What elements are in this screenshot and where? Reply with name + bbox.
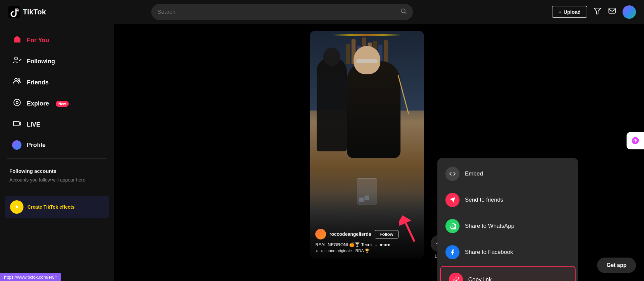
whatsapp-icon <box>445 219 460 233</box>
effects-label: Create TikTok effects <box>28 204 74 210</box>
share-item-send-to-friends[interactable]: Send to friends <box>437 187 578 213</box>
live-icon <box>12 119 22 130</box>
sidebar-label-explore: Explore <box>27 100 49 107</box>
svg-point-1 <box>401 9 406 13</box>
svg-line-2 <box>405 12 407 14</box>
sidebar-item-profile[interactable]: Profile <box>3 136 111 154</box>
svg-point-9 <box>16 101 18 104</box>
header: TikTok + Upload <box>0 0 644 24</box>
search-input-wrap[interactable] <box>151 4 413 20</box>
logo-text: TikTok <box>23 8 46 16</box>
sidebar-label-friends: Friends <box>27 79 49 86</box>
sidebar-item-friends[interactable]: Friends <box>3 72 111 93</box>
sidebar-item-live[interactable]: LIVE <box>3 115 111 135</box>
facebook-icon <box>445 245 460 259</box>
share-dropdown: Embed Send to friends <box>437 158 578 281</box>
upload-button[interactable]: + Upload <box>552 6 587 18</box>
svg-point-8 <box>14 99 20 106</box>
share-item-copy-link[interactable]: Copy link <box>440 266 576 281</box>
video-container: roccodeangelisrda Follow REAL NEGRONI 🍊🍸… <box>310 31 448 259</box>
copy-link-icon <box>449 273 463 281</box>
video-username[interactable]: roccodeangelisrda <box>329 231 371 237</box>
caption-more[interactable]: more <box>380 242 390 247</box>
share-item-facebook[interactable]: Share to Facebook <box>437 239 578 265</box>
search-icon <box>400 8 407 16</box>
share-label-copy-link: Copy link <box>468 276 492 281</box>
svg-line-12 <box>400 223 420 241</box>
search-input[interactable] <box>157 9 397 15</box>
new-badge: New <box>56 101 69 107</box>
svg-point-5 <box>14 57 17 60</box>
floating-side-icon[interactable] <box>627 132 644 149</box>
video-sound[interactable]: ♫ ♫ suono originale - RDA 🏆 <box>315 249 419 253</box>
get-app-button[interactable]: Get app <box>597 258 636 273</box>
following-accounts-section: Following accounts Accounts you follow w… <box>0 163 114 189</box>
profile-avatar-small <box>12 140 22 150</box>
svg-rect-10 <box>13 122 19 126</box>
status-bar-url: https://www.tiktok.com/en/# <box>0 273 61 281</box>
svg-point-6 <box>15 78 17 81</box>
user-avatar[interactable] <box>623 5 636 19</box>
logo-area: TikTok <box>8 6 82 18</box>
svg-marker-3 <box>594 8 601 14</box>
sidebar-label-following: Following <box>27 58 55 65</box>
caption-text: REAL NEGRONI 🍊🍸 Tecnic... <box>315 242 377 247</box>
share-label-whatsapp: Share to WhatsApp <box>465 223 514 229</box>
friends-icon <box>12 77 22 88</box>
filter-icon[interactable] <box>593 7 602 17</box>
tiktok-logo-icon <box>8 6 20 18</box>
sidebar: For You Following Friends <box>0 24 114 281</box>
sidebar-label-live: LIVE <box>27 121 40 128</box>
svg-point-7 <box>18 79 20 80</box>
following-icon <box>12 56 22 67</box>
send-icon <box>445 193 460 207</box>
sound-text: ♫ suono originale - RDA 🏆 <box>320 249 370 253</box>
share-item-whatsapp[interactable]: Share to WhatsApp <box>437 213 578 239</box>
share-label-send: Send to friends <box>465 197 503 203</box>
messages-icon[interactable] <box>608 7 616 17</box>
search-bar <box>151 4 413 20</box>
sidebar-divider <box>7 158 107 159</box>
svg-rect-4 <box>609 8 615 13</box>
home-icon <box>12 35 22 46</box>
sidebar-item-explore[interactable]: Explore New <box>3 93 111 114</box>
header-right: + Upload <box>552 5 636 19</box>
effects-text-wrap: Create TikTok effects <box>28 204 74 210</box>
following-accounts-subtitle: Accounts you follow will appear here <box>9 177 105 184</box>
upload-label: Upload <box>564 9 581 15</box>
music-note-icon: ♫ <box>315 249 318 253</box>
embed-icon <box>445 167 460 181</box>
sidebar-label-for-you: For You <box>27 37 49 44</box>
share-item-embed[interactable]: Embed <box>437 161 578 187</box>
share-label-embed: Embed <box>465 170 483 177</box>
explore-icon <box>12 98 22 109</box>
create-effects-button[interactable]: ✦ Create TikTok effects <box>5 196 109 218</box>
video-creator-avatar[interactable] <box>315 229 326 239</box>
sidebar-item-for-you[interactable]: For You <box>3 30 111 51</box>
share-label-facebook: Share to Facebook <box>465 249 513 256</box>
sidebar-label-profile: Profile <box>27 142 46 149</box>
main-content: roccodeangelisrda Follow REAL NEGRONI 🍊🍸… <box>114 24 644 281</box>
effects-icon: ✦ <box>10 200 23 214</box>
sidebar-item-following[interactable]: Following <box>3 51 111 72</box>
following-accounts-title: Following accounts <box>9 168 105 174</box>
upload-plus-icon: + <box>558 9 561 15</box>
